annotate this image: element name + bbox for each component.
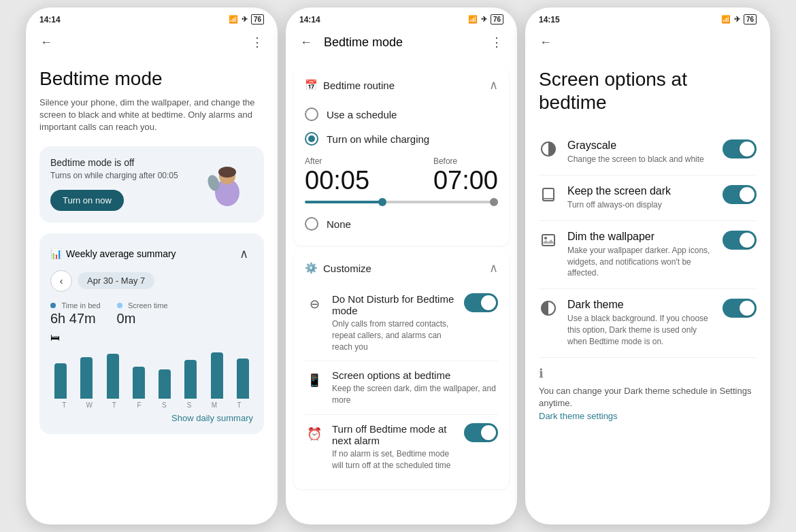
dim-wallpaper-toggle-btn[interactable] xyxy=(723,231,757,250)
topbar-1: ← ⋮ xyxy=(26,27,278,57)
screen1-body: Bedtime mode Silence your phone, dim the… xyxy=(26,57,278,445)
dark-theme-content: Dark theme Use a black background. If yo… xyxy=(567,299,713,347)
bar-group-6 xyxy=(207,352,227,399)
keep-dark-toggle[interactable] xyxy=(723,185,757,204)
use-schedule-option[interactable]: Use a schedule xyxy=(305,102,498,127)
dark-theme-option: Dark theme Use a black background. If yo… xyxy=(539,289,757,357)
keep-dark-icon xyxy=(539,186,558,203)
collapse-weekly-btn[interactable]: ∧ xyxy=(234,244,253,263)
screen-options-content: Screen options at bedtime Keep the scree… xyxy=(332,369,498,406)
grayscale-toggle-btn[interactable] xyxy=(723,139,757,159)
status-icons-1: 📶 ✈ 76 xyxy=(229,14,264,24)
settings-icon: ⚙️ xyxy=(305,262,318,274)
turn-on-button[interactable]: Turn on now xyxy=(50,190,124,211)
info-icon: ℹ xyxy=(539,366,757,381)
day-label-0: T xyxy=(52,401,77,409)
slider-handle-right[interactable] xyxy=(490,198,498,206)
week-range: Apr 30 - May 7 xyxy=(78,272,154,289)
collapse-customize-btn[interactable]: ∧ xyxy=(489,261,498,276)
bar-1 xyxy=(80,357,93,399)
stat-screen-time: Screen time 0m xyxy=(117,299,168,327)
screen3-title: Screen options at bedtime xyxy=(539,68,757,114)
dnd-content: Do Not Disturb for Bedtime mode Only cal… xyxy=(332,293,456,352)
back-button-1[interactable]: ← xyxy=(37,33,56,52)
bar-3 xyxy=(133,367,145,399)
svg-rect-7 xyxy=(542,235,554,246)
screen2-body: 📅 Bedtime routine ∧ Use a schedule Turn … xyxy=(286,57,517,513)
dim-wallpaper-icon xyxy=(539,232,558,248)
bedtime-status-card: Bedtime mode is off Turns on while charg… xyxy=(39,146,264,222)
bar-6 xyxy=(211,352,223,399)
bar-group-1 xyxy=(76,357,97,399)
topbar-3: ← xyxy=(525,27,770,57)
dnd-toggle-btn[interactable] xyxy=(464,293,498,312)
battery-icon-2: 76 xyxy=(491,14,503,24)
day-label-6: M xyxy=(202,401,227,409)
collapse-routine-btn[interactable]: ∧ xyxy=(489,78,498,93)
bar-7 xyxy=(237,359,249,399)
dark-theme-settings-link[interactable]: Dark theme settings xyxy=(539,411,618,421)
bar-0 xyxy=(54,363,67,399)
dark-theme-toggle-btn[interactable] xyxy=(723,299,757,318)
more-button-1[interactable]: ⋮ xyxy=(248,33,267,52)
time-2: 14:14 xyxy=(299,15,320,24)
day-label-3: F xyxy=(127,401,152,409)
after-block: After 00:05 xyxy=(305,156,369,195)
dnd-toggle[interactable] xyxy=(464,293,498,312)
routine-title: 📅 Bedtime routine xyxy=(305,79,395,91)
turn-off-alarm-item[interactable]: ⏰ Turn off Bedtime mode at next alarm If… xyxy=(305,415,498,480)
dnd-item[interactable]: ⊖ Do Not Disturb for Bedtime mode Only c… xyxy=(305,285,498,361)
day-label-7: T xyxy=(227,401,252,409)
bar-2 xyxy=(107,354,119,399)
bar-5 xyxy=(184,360,197,399)
bar-group-5 xyxy=(180,360,201,399)
turn-on-charging-option[interactable]: Turn on while charging xyxy=(305,127,498,151)
grayscale-toggle[interactable] xyxy=(723,139,757,159)
screen2-frame: 14:14 📶 ✈ 76 ← Bedtime mode ⋮ 📅 Bedtime … xyxy=(286,7,517,525)
customize-title: ⚙️ Customize xyxy=(305,262,371,274)
dark-theme-icon xyxy=(539,300,558,316)
prev-week-btn[interactable]: ‹ xyxy=(50,270,72,292)
status-bar-1: 14:14 📶 ✈ 76 xyxy=(26,7,278,27)
back-button-3[interactable]: ← xyxy=(536,33,555,52)
screen1-frame: 14:14 📶 ✈ 76 ← ⋮ Bedtime mode Silence yo… xyxy=(26,7,278,525)
screen3-frame: 14:15 📶 ✈ 76 ← Screen options at bedtime… xyxy=(525,7,770,525)
arrow-icon-2: ✈ xyxy=(481,15,487,24)
dim-wallpaper-toggle[interactable] xyxy=(723,231,757,250)
arrow-icon-3: ✈ xyxy=(734,15,740,24)
screen1-desc: Silence your phone, dim the wallpaper, a… xyxy=(39,97,264,134)
bar-group-3 xyxy=(129,367,149,399)
show-daily-summary-btn[interactable]: Show daily summary xyxy=(50,413,253,423)
time-slider[interactable] xyxy=(305,201,498,203)
stat-dot-bed xyxy=(50,303,56,308)
dark-theme-toggle[interactable] xyxy=(723,299,757,318)
dim-wallpaper-content: Dim the wallpaper Make your wallpaper da… xyxy=(567,231,713,279)
before-block: Before 07:00 xyxy=(433,156,498,195)
slider-handle-left[interactable] xyxy=(378,198,386,206)
alarm-toggle-btn[interactable] xyxy=(464,423,498,442)
turn-on-charging-radio[interactable] xyxy=(305,132,318,146)
svg-point-8 xyxy=(544,237,547,239)
screen-options-item[interactable]: 📱 Screen options at bedtime Keep the scr… xyxy=(305,361,498,415)
keep-dark-toggle-btn[interactable] xyxy=(723,185,757,204)
none-option[interactable]: None xyxy=(305,212,498,236)
keep-dark-content: Keep the screen dark Turn off always-on … xyxy=(567,185,713,211)
bar-group-7 xyxy=(233,359,253,399)
battery-icon: 76 xyxy=(251,14,264,24)
grayscale-content: Grayscale Change the screen to black and… xyxy=(567,139,713,165)
screen3-body: Screen options at bedtime Grayscale Chan… xyxy=(525,57,770,520)
status-icons-3: 📶 ✈ 76 xyxy=(721,14,757,24)
time-row: After 00:05 Before 07:00 xyxy=(305,156,498,195)
stat-dot-screen xyxy=(117,303,122,308)
day-label-1: W xyxy=(77,401,102,409)
alarm-toggle[interactable] xyxy=(464,423,498,442)
none-radio[interactable] xyxy=(305,217,318,231)
card-status-label: Bedtime mode is off xyxy=(50,157,178,168)
customize-card: ⚙️ Customize ∧ ⊖ Do Not Disturb for Bedt… xyxy=(294,251,509,489)
weekly-header: 📊 Weekly average summary ∧ xyxy=(50,244,253,263)
use-schedule-radio[interactable] xyxy=(305,107,318,121)
routine-header: 📅 Bedtime routine ∧ xyxy=(305,78,498,93)
more-button-2[interactable]: ⋮ xyxy=(487,33,506,52)
back-button-2[interactable]: ← xyxy=(297,33,316,52)
customize-header: ⚙️ Customize ∧ xyxy=(305,261,498,276)
